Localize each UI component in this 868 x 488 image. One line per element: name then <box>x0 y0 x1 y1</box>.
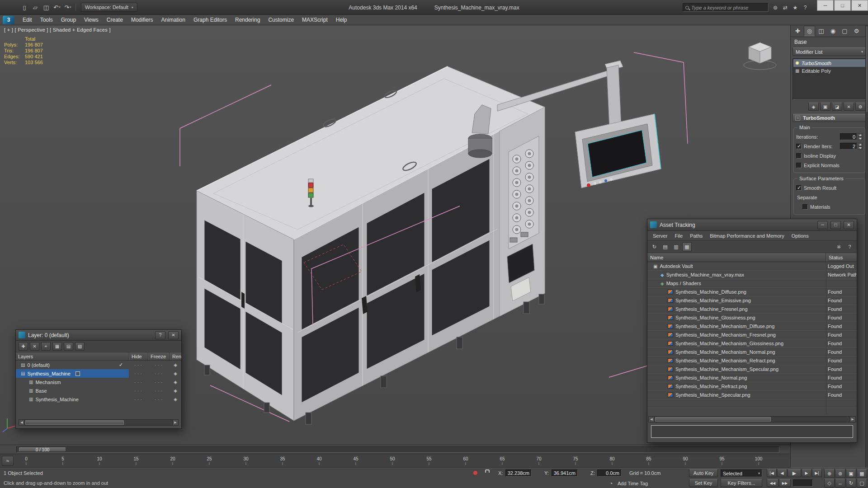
search-input[interactable]: Type a keyword or phrase <box>683 3 769 12</box>
viewport-label[interactable]: [ + ] [ Perspective ] [ Shaded + Edged F… <box>4 27 111 33</box>
smooth-result-checkbox[interactable] <box>796 185 802 191</box>
render-toggle-icon[interactable]: ◈ <box>170 388 181 393</box>
asset-row[interactable]: ◈Maps / Shaders <box>647 279 857 288</box>
save-file-icon[interactable]: ◫ <box>41 2 52 12</box>
previous-frame-icon[interactable]: ◀ <box>777 469 787 477</box>
asset-row[interactable]: Synthesis_Machine_Emissive.pngFound <box>647 296 857 305</box>
menu-graph-editors[interactable]: Graph Editors <box>189 15 231 25</box>
menu-views[interactable]: Views <box>80 15 103 25</box>
render-toggle-icon[interactable]: ◈ <box>170 380 181 385</box>
render-toggle-icon[interactable]: ◈ <box>170 371 181 376</box>
column-freeze[interactable]: Freeze <box>148 352 170 360</box>
hide-toggle[interactable] <box>129 371 148 375</box>
asset-menu-server[interactable]: Server <box>649 233 671 239</box>
hide-toggle[interactable] <box>129 389 148 393</box>
set-current-layer-icon[interactable]: ▤ <box>64 342 73 351</box>
asset-row[interactable]: ◆Synthesis_Machine_max_vray.maxNetwork P… <box>647 271 857 279</box>
auto-key-button[interactable]: Auto Key <box>689 469 718 477</box>
layer-row[interactable]: ▥Mechanism◈ <box>16 378 181 386</box>
configure-modifier-sets-icon[interactable]: ⚙ <box>855 103 866 111</box>
modifier-list-dropdown[interactable]: Modifier List <box>793 47 866 56</box>
select-in-layer-icon[interactable]: ▦ <box>52 342 62 351</box>
menu-animation[interactable]: Animation <box>157 15 189 25</box>
set-key-button[interactable]: Set Key <box>689 479 718 487</box>
communication-center-icon[interactable]: ⇄ <box>780 3 790 13</box>
asset-minimize-button[interactable]: ─ <box>817 221 828 229</box>
scroll-left-icon[interactable]: ◀ <box>649 417 655 422</box>
isoline-display-checkbox[interactable] <box>796 153 802 159</box>
delete-layer-icon[interactable]: ✕ <box>30 342 39 351</box>
field-of-view-icon[interactable]: ◇ <box>824 479 835 488</box>
menu-rendering[interactable]: Rendering <box>231 15 264 25</box>
menu-group[interactable]: Group <box>57 15 80 25</box>
zoom-icon[interactable]: ⊕ <box>824 469 835 478</box>
go-to-start-icon[interactable]: |◀ <box>767 469 777 477</box>
z-coordinate-field[interactable]: 0.0cm <box>597 469 622 477</box>
rollout-turbosmooth[interactable]: − TurboSmooth <box>793 114 866 122</box>
iterations-spinner-arrows[interactable] <box>858 133 863 140</box>
scroll-right-icon[interactable]: ▶ <box>172 420 178 425</box>
freeze-toggle[interactable] <box>148 389 170 393</box>
x-coordinate-field[interactable]: 32.238cm <box>505 469 532 477</box>
zoom-extents-all-icon[interactable]: ▦ <box>857 469 867 478</box>
asset-menu-bitmap-performance-and-memory[interactable]: Bitmap Performance and Memory <box>706 233 788 239</box>
time-slider-handle[interactable]: 0 / 100 <box>19 447 66 452</box>
undo-icon[interactable]: ↶▾ <box>52 2 62 12</box>
next-key-icon[interactable]: ▶▶ <box>779 479 791 487</box>
remove-modifier-icon[interactable]: ✕ <box>844 103 854 111</box>
orbit-icon[interactable]: ↻ <box>846 479 856 488</box>
show-end-result-icon[interactable]: ▣ <box>820 103 830 111</box>
track-bar[interactable]: ≈ 05101520253035404550556065707580859095… <box>0 454 790 468</box>
favorites-icon[interactable]: ★ <box>790 3 800 13</box>
pan-icon[interactable]: ↔ <box>835 479 845 488</box>
layer-row[interactable]: ▤Synthesis_Machine◈ <box>16 369 181 378</box>
scroll-right-icon[interactable]: ▶ <box>849 417 855 422</box>
create-new-layer-icon[interactable]: ✚ <box>19 342 28 351</box>
add-time-tag[interactable]: Add Time Tag <box>618 481 648 486</box>
asset-row[interactable]: Synthesis_Machine_Diffuse.pngFound <box>647 288 857 296</box>
search-go-icon[interactable]: ⊚ <box>770 3 780 13</box>
asset-row[interactable]: Synthesis_Machine_Glossiness.pngFound <box>647 314 857 322</box>
pin-stack-icon[interactable]: ◈ <box>808 103 819 111</box>
key-filters-button[interactable]: Key Filters... <box>721 479 762 487</box>
mini-curve-editor-button[interactable]: ≈ <box>2 456 14 466</box>
modifier-stack[interactable]: TurboSmooth▦Editable Poly <box>793 58 866 100</box>
zoom-extents-icon[interactable]: ▣ <box>846 469 856 478</box>
render-iters-checkbox[interactable] <box>796 144 802 149</box>
asset-row[interactable]: ▣Autodesk VaultLogged Out <box>647 262 857 271</box>
isolate-selection-icon[interactable] <box>473 470 478 475</box>
render-iters-spinner-arrows[interactable] <box>858 143 863 150</box>
asset-row[interactable]: Synthesis_Machine_Mechanism_Refract.pngF… <box>647 357 857 365</box>
explicit-normals-checkbox[interactable] <box>796 163 802 168</box>
new-file-icon[interactable]: ▯ <box>19 2 30 12</box>
next-frame-icon[interactable]: ▶ <box>802 469 811 477</box>
layer-row[interactable]: ▥Base◈ <box>16 386 181 395</box>
workspace-dropdown[interactable]: Workspace: Default <box>81 3 137 12</box>
refresh-status-icon[interactable]: ↻ <box>650 242 659 251</box>
play-icon[interactable]: ▶ <box>788 469 801 477</box>
asset-row[interactable]: Synthesis_Machine_Normal.pngFound <box>647 374 857 382</box>
column-render[interactable]: Rende <box>170 352 181 360</box>
highlight-asset-icon[interactable]: ※ <box>834 242 844 251</box>
object-name-field[interactable]: Base <box>791 37 868 47</box>
freeze-toggle[interactable] <box>148 363 170 367</box>
previous-key-icon[interactable]: ◀◀ <box>767 479 778 487</box>
asset-row[interactable]: Synthesis_Machine_Mechanism_Diffuse.pngF… <box>647 322 857 331</box>
layer-titlebar[interactable]: Layer: 0 (default) ? ✕ <box>16 330 181 341</box>
thumbnail-view-icon[interactable]: ▥ <box>671 242 681 251</box>
hide-toggle[interactable] <box>129 397 148 401</box>
layer-row[interactable]: ▥Synthesis_Machine◈ <box>16 395 181 404</box>
asset-menu-paths[interactable]: Paths <box>686 233 706 239</box>
asset-horizontal-scrollbar[interactable]: ◀ ▶ <box>648 416 856 422</box>
details-view-icon[interactable]: ▦ <box>682 242 692 251</box>
asset-menu-file[interactable]: File <box>671 233 686 239</box>
menu-maxscript[interactable]: MAXScript <box>298 15 332 25</box>
render-iters-spinner[interactable]: 2 <box>840 143 857 150</box>
hide-toggle[interactable] <box>129 380 148 384</box>
table-view-icon[interactable]: ▤ <box>660 242 670 251</box>
maximize-button[interactable]: □ <box>834 0 851 11</box>
asset-tracking-titlebar[interactable]: Asset Tracking ─ □ ✕ <box>647 219 857 231</box>
menu-tools[interactable]: Tools <box>36 15 57 25</box>
asset-maximize-button[interactable]: □ <box>830 221 841 229</box>
asset-help-icon[interactable]: ? <box>845 242 854 251</box>
